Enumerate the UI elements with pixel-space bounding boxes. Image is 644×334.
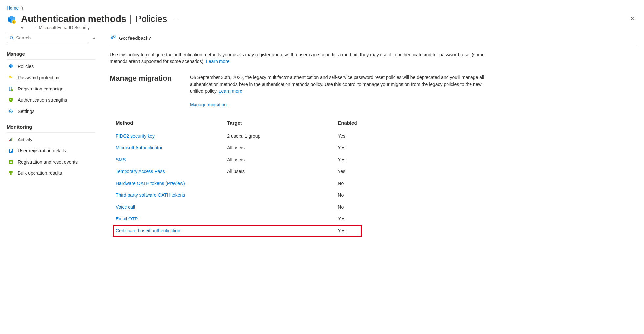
learn-more-link[interactable]: Learn more [206, 59, 230, 64]
sidebar-item-settings[interactable]: Settings [7, 106, 95, 117]
sidebar-item-activity[interactable]: Activity [7, 134, 95, 145]
svg-rect-21 [10, 151, 11, 152]
migration-heading: Manage migration [110, 74, 178, 108]
page-subtitle: v- Microsoft Entra ID Security [21, 25, 623, 30]
sidebar-item-label: Policies [18, 64, 34, 69]
breadcrumb-home[interactable]: Home [7, 5, 19, 11]
svg-point-8 [10, 99, 12, 100]
policy-description: Use this policy to configure the authent… [110, 51, 488, 65]
sidebar-item-label: Registration campaign [18, 86, 63, 91]
search-icon [10, 36, 14, 40]
target-cell [224, 201, 334, 213]
page-icon [7, 14, 16, 26]
enabled-cell: No [335, 178, 361, 189]
target-cell [224, 213, 334, 224]
sidebar-item-registration-campaign[interactable]: Registration campaign [7, 83, 95, 94]
enabled-cell: No [335, 201, 361, 213]
enabled-cell: Yes [335, 154, 361, 165]
method-link[interactable]: Hardware OATH tokens (Preview) [116, 181, 185, 186]
activity-icon [8, 137, 14, 142]
gear-icon [8, 108, 14, 114]
svg-rect-23 [10, 161, 12, 162]
method-link[interactable]: Third-party software OATH tokens [116, 193, 185, 198]
sidebar-item-authentication-strengths[interactable]: Authentication strengths [7, 94, 95, 106]
target-cell [224, 178, 334, 189]
table-row: SMSAll usersYes [113, 154, 361, 165]
svg-rect-15 [9, 140, 10, 141]
enabled-cell: Yes [335, 142, 361, 153]
table-row: Email OTPYes [113, 213, 361, 224]
svg-point-25 [9, 171, 11, 173]
target-cell: All users [224, 166, 334, 177]
page-title: Authentication methods | Policies ⋯ [21, 14, 623, 24]
sidebar-item-label: Registration and reset events [18, 159, 78, 165]
method-link[interactable]: Voice call [116, 204, 135, 210]
method-link[interactable]: SMS [116, 157, 126, 162]
table-row: Temporary Access PassAll usersYes [113, 166, 361, 177]
target-cell [224, 190, 334, 201]
target-cell: All users [224, 142, 334, 153]
sidebar-item-label: Activity [18, 137, 32, 142]
sidebar-item-user-registration-details[interactable]: User registration details [7, 145, 95, 156]
enabled-cell: No [335, 190, 361, 201]
sidebar-item-password-protection[interactable]: Password protection [7, 72, 95, 83]
sidebar-item-label: Bulk operation results [18, 170, 62, 176]
bulk-icon [8, 170, 14, 176]
svg-point-26 [11, 171, 13, 173]
methods-table: Method Target Enabled FIDO2 security key… [112, 116, 362, 237]
key-icon [8, 75, 14, 81]
enabled-cell: Yes [335, 213, 361, 224]
method-link[interactable]: Microsoft Authenticator [116, 145, 162, 150]
search-input-wrapper[interactable] [7, 33, 88, 43]
svg-point-1 [10, 36, 13, 39]
regreset-icon [8, 159, 14, 165]
target-cell: 2 users, 1 group [224, 130, 334, 141]
col-header-target: Target [224, 117, 334, 130]
search-input[interactable] [16, 35, 85, 40]
svg-rect-17 [12, 138, 12, 141]
sidebar-item-bulk-operation-results[interactable]: Bulk operation results [7, 167, 95, 179]
close-icon[interactable]: ✕ [627, 14, 637, 24]
svg-rect-19 [10, 149, 12, 150]
method-link[interactable]: Certificate-based authentication [116, 228, 180, 233]
method-link[interactable]: Temporary Access Pass [116, 169, 165, 174]
svg-line-2 [12, 39, 14, 40]
table-row: Third-party software OATH tokensNo [113, 190, 361, 201]
svg-rect-20 [10, 150, 12, 151]
sidebar-item-policies[interactable]: Policies [7, 61, 95, 72]
migration-text: On September 30th, 2025, the legacy mult… [190, 74, 495, 95]
method-link[interactable]: FIDO2 security key [116, 133, 155, 139]
method-link[interactable]: Email OTP [116, 216, 138, 221]
table-row: Microsoft AuthenticatorAll usersYes [113, 142, 361, 153]
enabled-cell: Yes [335, 225, 361, 236]
feedback-icon [110, 35, 116, 41]
more-icon[interactable]: ⋯ [173, 16, 179, 23]
svg-rect-24 [10, 162, 12, 163]
collapse-sidebar-icon[interactable]: « [93, 36, 95, 40]
feedback-button[interactable]: Got feedback? [110, 35, 151, 41]
manage-migration-link[interactable]: Manage migration [190, 101, 227, 108]
table-row: Hardware OATH tokens (Preview)No [113, 178, 361, 189]
nav-group-monitoring: Monitoring [7, 122, 95, 133]
chevron-right-icon: ❯ [21, 6, 24, 10]
enabled-cell: Yes [335, 166, 361, 177]
svg-point-28 [111, 36, 113, 37]
sidebar-item-label: User registration details [18, 148, 66, 153]
svg-rect-16 [10, 139, 11, 141]
sidebar-item-label: Settings [18, 109, 34, 114]
userreg-icon [8, 148, 14, 154]
svg-rect-5 [12, 77, 12, 78]
target-cell: All users [224, 154, 334, 165]
sidebar-item-label: Authentication strengths [18, 97, 67, 103]
svg-point-27 [10, 173, 12, 175]
table-row: Certificate-based authenticationYes [113, 225, 361, 236]
nav-group-manage: Manage [7, 49, 95, 60]
target-cell [224, 225, 334, 236]
table-row: Voice callNo [113, 201, 361, 213]
migration-learn-more-link[interactable]: Learn more [219, 89, 242, 94]
col-header-method: Method [113, 117, 224, 130]
campaign-icon [8, 86, 14, 92]
breadcrumb: Home ❯ [7, 5, 637, 11]
policies-icon [8, 64, 14, 69]
sidebar-item-registration-and-reset-events[interactable]: Registration and reset events [7, 156, 95, 167]
